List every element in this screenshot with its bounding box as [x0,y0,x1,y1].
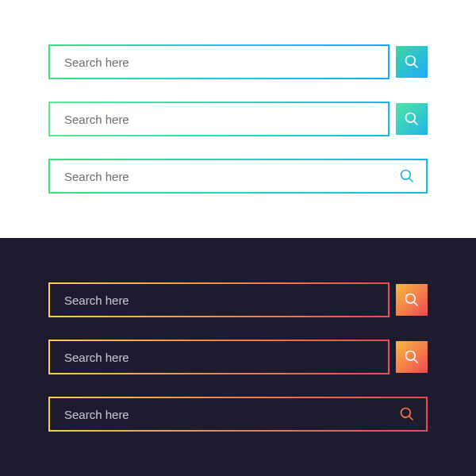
svg-line-3 [414,121,418,125]
search-placeholder: Search here [64,351,129,364]
search-icon [404,111,420,127]
search-bar[interactable]: Search here [48,102,390,136]
svg-point-2 [406,113,416,123]
svg-line-9 [414,359,418,363]
search-row-1: Search here [48,44,428,79]
svg-line-11 [409,416,413,420]
search-bar[interactable]: Search here [48,397,428,432]
search-icon [404,349,420,365]
dark-section: Search here Search here Search here [0,238,476,476]
search-button[interactable] [396,46,428,78]
search-placeholder: Search here [64,294,129,307]
search-placeholder: Search here [64,170,129,183]
svg-point-10 [401,409,411,418]
search-bar[interactable]: Search here [48,44,390,79]
search-row-5: Search here [48,340,428,374]
search-row-2: Search here [48,102,428,136]
search-bar[interactable]: Search here [48,159,428,194]
search-icon [404,54,420,70]
search-row-4: Search here [48,282,428,317]
search-icon [399,168,415,184]
light-section: Search here Search here Search here [0,0,476,238]
svg-line-7 [414,302,418,306]
search-placeholder: Search here [64,56,129,69]
search-button[interactable] [396,103,428,135]
search-placeholder: Search here [64,408,129,421]
svg-point-4 [401,171,411,180]
search-placeholder: Search here [64,113,129,126]
svg-point-0 [406,56,416,66]
search-button[interactable] [396,165,418,187]
search-bar[interactable]: Search here [48,340,390,374]
svg-point-8 [406,351,416,361]
search-button[interactable] [396,403,418,425]
svg-line-5 [409,178,413,182]
search-row-6: Search here [48,397,428,432]
search-bar[interactable]: Search here [48,282,390,317]
search-button[interactable] [396,341,428,373]
search-icon [399,406,415,422]
search-button[interactable] [396,284,428,316]
svg-point-6 [406,294,416,304]
svg-line-1 [414,64,418,68]
search-row-3: Search here [48,159,428,194]
search-icon [404,292,420,308]
